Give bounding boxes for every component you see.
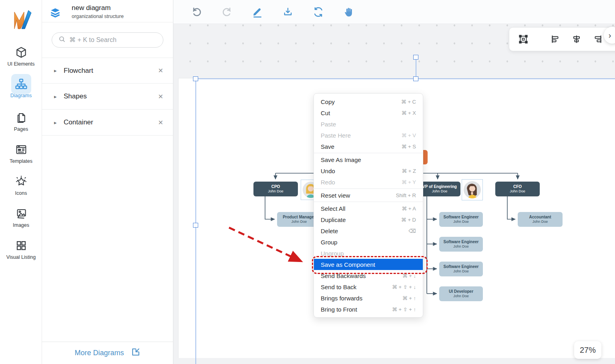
- menu-divider: [314, 202, 423, 202]
- close-icon[interactable]: ✕: [158, 119, 163, 126]
- org-node-software-engineer-2[interactable]: Software Engineer John Doe: [439, 237, 483, 252]
- menu-item-save-as-image[interactable]: Save As Image: [314, 154, 423, 165]
- search-box[interactable]: [52, 32, 163, 48]
- org-node-cpo[interactable]: CPO John Doe: [253, 182, 298, 196]
- selection-handle-top-center[interactable]: [413, 76, 418, 81]
- more-diagrams-link[interactable]: More Diagrams: [74, 349, 124, 357]
- menu-item-send-to-back[interactable]: Send to Back⌘ + ⇧ + ↓: [314, 281, 423, 292]
- menu-divider: [314, 188, 423, 189]
- undo-icon[interactable]: [190, 6, 203, 18]
- selection-rotation-handle[interactable]: [413, 55, 418, 60]
- menu-divider: [314, 153, 423, 153]
- org-node-software-engineer-3[interactable]: Software Engineer John Doe: [439, 262, 483, 276]
- section-shapes[interactable]: ▸ Shapes ✕: [42, 84, 173, 110]
- menu-item-duplicate[interactable]: Duplicate⌘ + D: [314, 214, 423, 225]
- sidebar-item-ui-elements[interactable]: UI Elements: [0, 45, 42, 67]
- layers-icon: [49, 3, 63, 20]
- menu-item-copy[interactable]: Copy⌘ + C: [314, 96, 423, 107]
- selection-border-left: [195, 78, 196, 364]
- node-title: Software Engineer: [444, 240, 479, 245]
- frame-select-icon[interactable]: [518, 34, 529, 44]
- sidebar-item-visual-listing[interactable]: Visual Listing: [0, 238, 42, 260]
- caret-right-icon[interactable]: ▸: [54, 94, 64, 100]
- align-right-icon[interactable]: [593, 34, 603, 44]
- node-name: John Doe: [291, 220, 307, 224]
- menu-item-bring-to-front[interactable]: Bring to Front⌘ + ⇧ + ↑: [314, 304, 423, 315]
- sidebar-item-images[interactable]: Images: [0, 206, 42, 228]
- panel-footer: More Diagrams: [42, 342, 173, 364]
- node-title: Product Manager: [283, 215, 316, 220]
- alignment-toolbar: [509, 27, 615, 51]
- node-title: Software Engineer: [444, 264, 479, 270]
- node-name: John Doe: [432, 189, 448, 194]
- sidebar-item-label: Templates: [0, 158, 42, 164]
- org-node-cfo[interactable]: CFO John Doe: [495, 182, 540, 196]
- pages-icon: [0, 110, 42, 125]
- org-node-accountant[interactable]: Accountant John Doe: [518, 212, 563, 227]
- menu-item-brings-forwards[interactable]: Brings forwards⌘ + ↑: [314, 292, 423, 304]
- selection-border-top: [195, 78, 615, 79]
- woman-brunette-avatar[interactable]: [462, 179, 483, 200]
- sidebar-item-label: Visual Listing: [0, 254, 42, 260]
- close-icon[interactable]: ✕: [158, 67, 163, 74]
- caret-right-icon[interactable]: ▸: [54, 120, 64, 126]
- caret-right-icon[interactable]: ▸: [54, 68, 64, 74]
- org-node-ui-developer[interactable]: UI Developer John Doe: [439, 286, 483, 301]
- search-input[interactable]: [69, 36, 157, 44]
- org-node-vp-engineering[interactable]: VP of Engineering John Doe: [419, 182, 460, 196]
- selection-handle-top-left[interactable]: [193, 76, 198, 81]
- zoom-level-badge[interactable]: 27%: [574, 341, 601, 359]
- canvas-toolbar: [173, 0, 615, 24]
- grid-icon: [0, 238, 42, 253]
- chevron-right-icon: ›: [609, 31, 611, 40]
- sync-icon[interactable]: [312, 6, 325, 18]
- menu-item-save[interactable]: Save⌘ + S: [314, 141, 423, 152]
- annotation-highlight-box: [312, 256, 428, 274]
- node-title: Software Engineer: [444, 215, 479, 220]
- section-label: Flowchart: [64, 67, 158, 75]
- node-title: CPO: [271, 184, 280, 190]
- sidebar-item-label: Images: [0, 222, 42, 228]
- app-logo[interactable]: [0, 6, 42, 33]
- sidebar-item-label: Pages: [0, 126, 42, 132]
- sidebar-item-pages[interactable]: Pages: [0, 110, 42, 132]
- panel-header: new diagram organizational structure: [42, 0, 173, 22]
- node-name: John Doe: [268, 189, 283, 194]
- close-icon[interactable]: ✕: [158, 93, 163, 100]
- cube-icon: [0, 45, 42, 60]
- menu-item-paste-here: Paste Here⌘ + V: [314, 130, 423, 141]
- image-icon: [0, 206, 42, 221]
- menu-item-reset-view[interactable]: Reset viewShift + R: [314, 190, 423, 201]
- node-name: John Doe: [533, 220, 548, 224]
- diagram-subtitle: organizational structure: [72, 14, 124, 19]
- menu-item-group[interactable]: Group: [314, 236, 423, 248]
- hand-icon[interactable]: [342, 6, 355, 18]
- node-title: CFO: [513, 184, 522, 190]
- node-title: VP of Engineering: [422, 184, 457, 190]
- menu-item-select-all[interactable]: Select All⌘ + A: [314, 203, 423, 214]
- node-name: John Doe: [453, 294, 469, 298]
- redo-icon[interactable]: [221, 6, 233, 18]
- download-icon[interactable]: [281, 6, 294, 18]
- section-container[interactable]: ▸ Container ✕: [42, 110, 173, 136]
- sidebar-item-label: Icons: [0, 190, 42, 196]
- sidebar-item-diagrams[interactable]: Diagrams: [0, 77, 42, 98]
- node-name: John Doe: [510, 189, 525, 194]
- sidebar-item-templates[interactable]: Templates: [0, 142, 42, 164]
- org-node-software-engineer-1[interactable]: Software Engineer John Doe: [439, 212, 483, 227]
- menu-item-delete[interactable]: Delete⌫: [314, 225, 423, 236]
- selection-handle-middle-left[interactable]: [193, 223, 198, 228]
- import-icon[interactable]: [131, 347, 141, 359]
- diagram-title: new diagram: [72, 3, 124, 13]
- node-title: Accountant: [529, 215, 551, 220]
- sidebar-item-icons[interactable]: Icons: [0, 174, 42, 196]
- template-icon: [0, 142, 42, 157]
- menu-item-undo[interactable]: Undo⌘ + Z: [314, 165, 423, 176]
- menu-item-cut[interactable]: Cut⌘ + X: [314, 107, 423, 118]
- align-left-icon[interactable]: [550, 34, 561, 44]
- edit-pencil-icon[interactable]: [251, 6, 264, 18]
- section-flowchart[interactable]: ▸ Flowchart ✕: [42, 58, 173, 84]
- align-center-horizontal-icon[interactable]: [571, 34, 582, 44]
- node-name: John Doe: [453, 244, 469, 249]
- node-title: UI Developer: [449, 289, 473, 294]
